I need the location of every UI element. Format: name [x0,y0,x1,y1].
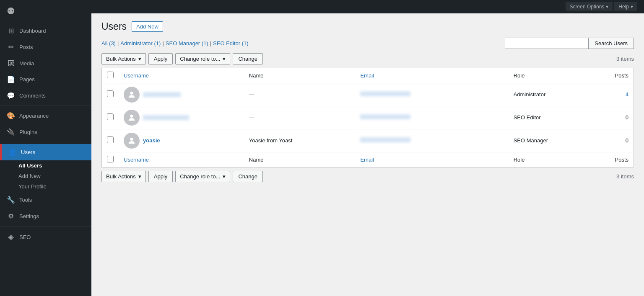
th-email[interactable]: Email [355,68,508,83]
row3-posts-cell: 0 [592,129,634,152]
apply-button-bottom[interactable]: Apply [148,171,173,182]
tfoot-role: Role [509,152,592,167]
sidebar-item-label-dashboard: Dashboard [19,28,46,34]
apply-button-top[interactable]: Apply [148,53,173,64]
tfoot-email[interactable]: Email [355,152,508,167]
row2-email-cell [355,106,508,129]
row3-avatar-wrap: yoasie [124,133,239,149]
appearance-icon: 🎨 [7,112,15,120]
row3-username-cell: yoasie [119,129,244,152]
row2-email-blurred [360,114,410,119]
sidebar-item-settings[interactable]: ⚙ Settings [0,208,91,224]
search-users-button[interactable]: Search Users [589,38,634,49]
row1-name: — [249,91,254,98]
row1-posts-link[interactable]: 4 [626,91,628,98]
users-icon: 👤 [8,148,17,156]
row2-avatar [124,110,140,126]
change-role-dropdown-bottom[interactable]: Change role to... ▾ [175,171,230,182]
sidebar-divider-2 [0,142,91,142]
row2-name-cell: — [244,106,356,129]
select-all-checkbox[interactable] [107,72,114,78]
sidebar-sub-add-new[interactable]: Add New [15,171,91,181]
filter-administrator[interactable]: Administrator (1) [120,40,161,46]
tfoot-posts-label: Posts [615,157,628,163]
row3-checkbox[interactable] [107,136,114,143]
row2-role: SEO Editor [514,114,541,121]
sidebar-item-label-posts: Posts [19,44,33,50]
table-row: yoasie Yoasie from Yoast SEO Manager 0 [102,129,634,152]
sidebar-item-media[interactable]: 🖼 Media [0,55,91,71]
row1-posts-cell: 4 [592,83,634,106]
comments-icon: 💬 [7,92,15,100]
plugins-icon: 🔌 [7,128,15,136]
tools-icon: 🔧 [7,196,15,204]
tfoot-email-sort-link[interactable]: Email [360,157,374,163]
row3-role: SEO Manager [514,137,548,144]
bottom-actions-bar: Bulk Actions ▾ Apply Change role to... ▾… [101,171,634,182]
sidebar-item-seo[interactable]: ◈ SEO [0,228,91,246]
row3-name-cell: Yoasie from Yoast [244,129,356,152]
pages-icon: 📄 [7,75,15,83]
sidebar-item-label-settings: Settings [19,213,39,219]
table-header-row: Username Name Email Role Posts [102,68,634,83]
page-title: Users [101,21,127,33]
row3-posts: 0 [626,137,628,144]
row3-username-link[interactable]: yoasie [143,137,160,144]
add-new-button[interactable]: Add New [132,21,163,32]
change-button-top[interactable]: Change [233,53,263,64]
row2-avatar-wrap [124,110,239,126]
th-username[interactable]: Username [119,68,244,83]
table-footer-header-row: Username Name Email Role Posts [102,152,634,167]
sidebar-item-users[interactable]: 👤 Users [0,144,91,160]
name-header-label: Name [249,72,264,79]
svg-point-1 [130,114,133,117]
sidebar-item-wrap-posts: ✏ Posts [0,39,91,55]
sidebar-item-label-media: Media [19,60,34,67]
row3-checkbox-cell [102,129,119,152]
sidebar-item-wrap-dashboard: ⊞ Dashboard [0,23,91,39]
sidebar-sub-your-profile[interactable]: Your Profile [15,181,91,192]
change-role-dropdown-top[interactable]: Change role to... ▾ [175,53,230,64]
bulk-actions-label-bottom: Bulk Actions [106,173,136,180]
change-button-bottom[interactable]: Change [233,171,263,182]
select-all-bottom-checkbox[interactable] [107,156,114,162]
screen-options-button[interactable]: Screen Options ▾ [566,2,613,11]
email-sort-link[interactable]: Email [360,72,374,79]
bulk-actions-chevron-icon-bottom: ▾ [138,173,141,180]
row2-checkbox[interactable] [107,113,114,120]
tfoot-username-sort-link[interactable]: Username [124,157,149,163]
sidebar-item-appearance[interactable]: 🎨 Appearance [0,108,91,124]
sidebar-item-dashboard[interactable]: ⊞ Dashboard [0,23,91,39]
row2-checkbox-cell [102,106,119,129]
tfoot-name-label: Name [249,157,264,163]
filter-seo-manager[interactable]: SEO Manager (1) [166,40,208,46]
filter-seo-editor[interactable]: SEO Editor (1) [213,40,249,46]
sidebar-item-label-pages: Pages [19,76,35,82]
search-input[interactable] [505,38,589,49]
row2-name: — [249,114,254,121]
search-bar: Search Users [505,38,634,49]
username-sort-link[interactable]: Username [124,72,149,79]
row1-checkbox[interactable] [107,90,114,97]
tfoot-name: Name [244,152,356,167]
change-role-label-bottom: Change role to... [180,173,220,180]
bulk-actions-dropdown-bottom[interactable]: Bulk Actions ▾ [101,171,146,182]
help-chevron-icon: ▾ [631,4,633,10]
sidebar-item-plugins[interactable]: 🔌 Plugins [0,124,91,140]
row2-username-blurred[interactable] [143,115,189,120]
row2-posts-cell: 0 [592,106,634,129]
filter-all[interactable]: All (3) [101,40,116,46]
sidebar-sub-all-users[interactable]: All Users [15,160,91,171]
sidebar-item-wrap-comments: 💬 Comments [0,88,91,104]
sidebar-item-pages[interactable]: 📄 Pages [0,71,91,88]
tfoot-username[interactable]: Username [119,152,244,167]
sidebar-item-comments[interactable]: 💬 Comments [0,88,91,104]
sidebar-item-wrap-media: 🖼 Media [0,55,91,71]
bulk-actions-dropdown-top[interactable]: Bulk Actions ▾ [101,53,146,64]
row1-username-blurred[interactable] [143,92,181,97]
help-button[interactable]: Help ▾ [614,2,637,11]
row1-avatar-wrap [124,87,239,103]
sidebar-item-posts[interactable]: ✏ Posts [0,39,91,55]
sidebar-item-tools[interactable]: 🔧 Tools [0,192,91,208]
items-count-top: 3 items [616,56,634,62]
